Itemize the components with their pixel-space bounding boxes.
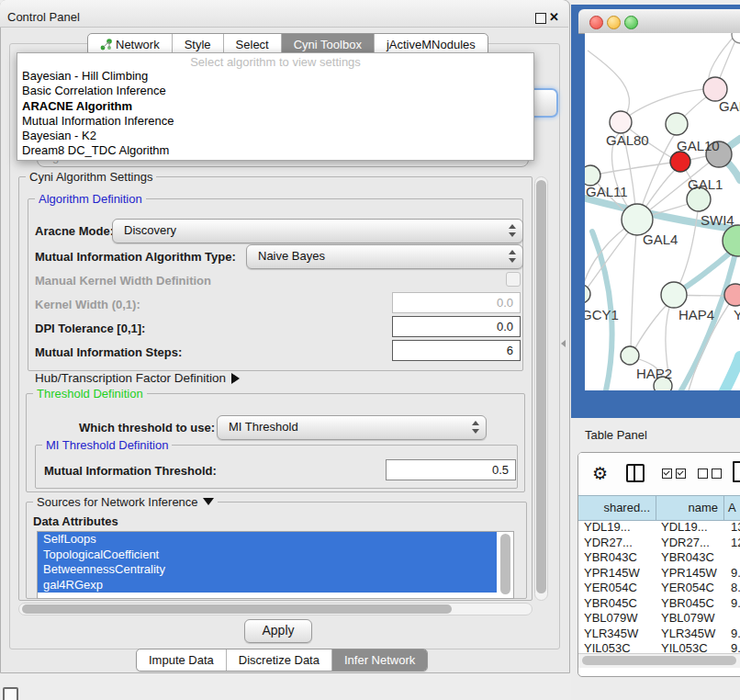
column-header-name[interactable]: name bbox=[656, 501, 723, 514]
stepper-icon bbox=[471, 420, 479, 435]
table-cell: 9. bbox=[731, 566, 740, 580]
tab-label: Infer Network bbox=[344, 653, 415, 667]
table-cell: YIL053C bbox=[661, 641, 708, 653]
network-node-label: GAL11 bbox=[586, 184, 628, 199]
table-cell: YLR345W bbox=[661, 627, 715, 640]
split-divider-arrow[interactable] bbox=[561, 340, 566, 347]
kernel-width-label: Kernel Width (0,1): bbox=[35, 298, 140, 311]
table-cell: 12 bbox=[731, 536, 740, 549]
threshold-definition-legend: Threshold Definition bbox=[33, 387, 147, 401]
sources-legend-label: Sources for Network Inference bbox=[37, 495, 198, 509]
dpi-tolerance-field[interactable]: 0.0 bbox=[392, 316, 521, 337]
close-icon[interactable]: ✕ bbox=[549, 10, 559, 24]
mi-type-label: Mutual Information Algorithm Type: bbox=[35, 250, 236, 264]
network-node[interactable] bbox=[661, 282, 687, 308]
network-node[interactable] bbox=[670, 152, 690, 172]
data-attributes-list[interactable]: SelfLoopsTopologicalCoefficientBetweenne… bbox=[37, 531, 514, 599]
tab-infer-network[interactable]: Infer Network bbox=[331, 649, 427, 671]
control-panel-titlebar bbox=[0, 0, 568, 28]
algorithm-option[interactable]: Dream8 DC_TDC Algorithm bbox=[17, 143, 533, 158]
network-node[interactable] bbox=[666, 113, 688, 135]
which-threshold-combo[interactable]: MI Threshold bbox=[217, 415, 487, 440]
network-node[interactable] bbox=[621, 346, 639, 365]
algorithm-option[interactable]: Bayesian - K2 bbox=[17, 129, 533, 143]
mi-threshold-field[interactable]: 0.5 bbox=[386, 459, 516, 480]
zoom-traffic-light[interactable] bbox=[624, 16, 638, 29]
expand-right-icon bbox=[231, 373, 240, 384]
scrollbar-thumb[interactable] bbox=[22, 604, 452, 614]
algorithm-option[interactable]: Mutual Information Inference bbox=[17, 114, 533, 129]
float-window-icon[interactable] bbox=[535, 13, 546, 24]
document-icon[interactable] bbox=[733, 461, 740, 482]
algorithm-option[interactable]: Bayesian - Hill Climbing bbox=[17, 69, 533, 84]
data-attribute-item[interactable]: BetweennessCentrality bbox=[38, 562, 497, 578]
table-panel-title: Table Panel bbox=[585, 428, 647, 442]
settings-vertical-scrollbar[interactable] bbox=[534, 176, 548, 601]
network-labels: GALGAL80GAL10GAL11GAL1SWI4GAL4GCY1HAP4YH… bbox=[585, 98, 740, 381]
settings-horizontal-scrollbar[interactable] bbox=[18, 603, 533, 615]
table-row[interactable]: YDL19...YDL19...13 bbox=[578, 519, 740, 535]
tab-impute-data[interactable]: Impute Data bbox=[137, 649, 226, 671]
aracne-mode-combo[interactable]: Discovery bbox=[112, 219, 523, 243]
table-row[interactable]: YDR27...YDR27...12 bbox=[578, 535, 740, 550]
tab-label: Impute Data bbox=[149, 653, 214, 667]
network-node-label: GAL10 bbox=[677, 138, 720, 153]
aracne-mode-label: Aracne Mode: bbox=[35, 224, 114, 238]
close-traffic-light[interactable] bbox=[589, 16, 603, 29]
tab-discretize-data[interactable]: Discretize Data bbox=[226, 649, 331, 671]
tab-label: Network bbox=[116, 38, 160, 51]
sources-legend[interactable]: Sources for Network Inference bbox=[33, 495, 218, 509]
network-node-label: GCY1 bbox=[585, 307, 619, 322]
network-node[interactable] bbox=[724, 284, 740, 306]
table-cell: YER054C bbox=[584, 581, 637, 594]
table-cell: YBR043C bbox=[661, 550, 714, 564]
table-cell: 9. bbox=[731, 627, 740, 640]
table-row[interactable]: YER054CYER054C8. bbox=[578, 580, 740, 595]
network-node[interactable] bbox=[585, 165, 600, 186]
manual-kernel-checkbox[interactable] bbox=[506, 272, 521, 287]
columns-icon[interactable] bbox=[626, 464, 645, 482]
network-node-label: GAL bbox=[719, 98, 740, 114]
list-scrollbar[interactable] bbox=[500, 534, 510, 594]
network-node[interactable] bbox=[585, 285, 590, 303]
tab-label: jActiveMNodules bbox=[387, 38, 476, 51]
checkbox-checked-icon[interactable] bbox=[662, 469, 672, 479]
network-node[interactable] bbox=[610, 111, 632, 133]
minimize-traffic-light[interactable] bbox=[607, 16, 621, 29]
table-row[interactable]: YBL079WYBL079W bbox=[578, 610, 740, 626]
data-attribute-item[interactable]: gal4RGexp bbox=[38, 578, 497, 593]
network-node[interactable] bbox=[622, 204, 653, 235]
table-row[interactable]: YIL053CYIL053C9. bbox=[578, 640, 740, 653]
data-attribute-item[interactable]: SelfLoops bbox=[38, 532, 497, 548]
scrollbar-thumb[interactable] bbox=[582, 656, 736, 665]
checkbox-unchecked-icon[interactable] bbox=[698, 469, 708, 479]
table-cell: YBL079W bbox=[584, 611, 638, 625]
table-cell: YBR045C bbox=[584, 596, 637, 610]
mi-steps-field[interactable]: 6 bbox=[392, 340, 521, 361]
column-header-shared-name[interactable]: shared... bbox=[578, 501, 656, 514]
network-node[interactable] bbox=[732, 33, 740, 43]
gear-icon[interactable]: ⚙ bbox=[592, 463, 608, 484]
scrollbar-thumb[interactable] bbox=[536, 180, 546, 593]
table-row[interactable]: YPR145WYPR145W9. bbox=[578, 565, 740, 581]
checkbox-checked-icon[interactable] bbox=[676, 469, 686, 479]
stepper-icon bbox=[508, 249, 516, 264]
checkbox-unchecked-icon[interactable] bbox=[712, 469, 722, 479]
table-row[interactable]: YBR045CYBR045C9. bbox=[578, 595, 740, 611]
mi-type-combo[interactable]: Naive Bayes bbox=[246, 244, 523, 269]
network-titlebar[interactable] bbox=[578, 9, 740, 34]
algorithm-option[interactable]: ARACNE Algorithm bbox=[17, 99, 533, 114]
apply-button[interactable]: Apply bbox=[244, 619, 312, 643]
hub-definition-toggle[interactable]: Hub/Transcription Factor Definition bbox=[35, 371, 240, 385]
table-row[interactable]: YBR043CYBR043C bbox=[578, 549, 740, 565]
table-row[interactable]: YLR345WYLR345W9. bbox=[578, 626, 740, 641]
table-cell: YDL19... bbox=[661, 520, 708, 534]
which-threshold-value: MI Threshold bbox=[229, 420, 298, 434]
dpi-tolerance-label: DPI Tolerance [0,1]: bbox=[35, 322, 145, 335]
minimized-panel-icon[interactable] bbox=[3, 687, 18, 700]
column-header-third[interactable]: A bbox=[724, 501, 740, 514]
algorithm-option[interactable]: Basic Correlation Inference bbox=[17, 84, 533, 98]
table-horizontal-scrollbar[interactable] bbox=[578, 653, 740, 668]
kernel-width-field[interactable]: 0.0 bbox=[392, 292, 521, 313]
data-attribute-item[interactable]: TopologicalCoefficient bbox=[38, 548, 497, 563]
